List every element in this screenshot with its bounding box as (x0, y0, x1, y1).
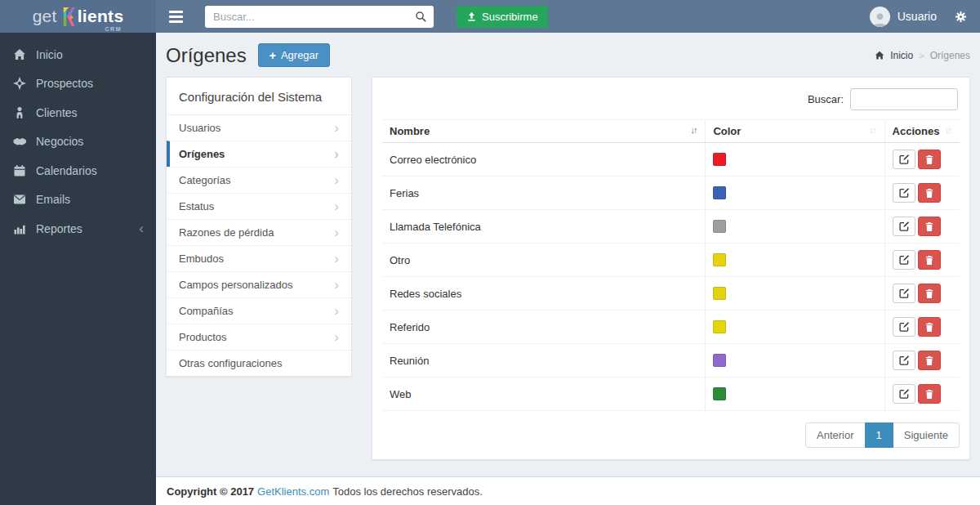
edit-button[interactable] (893, 317, 915, 337)
edit-button[interactable] (893, 150, 915, 169)
sidebar-item-prospectos[interactable]: Prospectos (0, 69, 156, 99)
config-item-campos-personalizados[interactable]: Campos personalizados› (167, 271, 351, 297)
global-search-input[interactable] (205, 6, 434, 28)
sidebar-item-emails[interactable]: Emails (0, 185, 156, 215)
config-item-usuarios[interactable]: Usuarios› (167, 115, 351, 141)
edit-button[interactable] (893, 351, 915, 370)
column-header-label: Nombre (390, 125, 430, 137)
edit-icon (898, 288, 910, 299)
sort-icon[interactable]: ↓↑ (690, 125, 697, 135)
row-actions (893, 284, 952, 303)
origin-color-cell (706, 311, 884, 344)
chevron-right-icon: › (334, 253, 339, 264)
delete-button[interactable] (918, 183, 941, 203)
chevron-right-icon: › (334, 123, 339, 133)
origin-name: Web (390, 388, 412, 400)
envelope-icon (12, 194, 27, 205)
config-item-estatus[interactable]: Estatus› (167, 193, 351, 219)
delete-button[interactable] (918, 284, 941, 303)
logo-text-get: get (33, 7, 57, 26)
color-swatch (713, 320, 726, 333)
trash-icon (924, 221, 934, 232)
config-item-productos[interactable]: Productos› (167, 324, 351, 350)
config-item-otras-configuraciones[interactable]: Otras configuraciones (167, 350, 351, 376)
edit-button[interactable] (893, 384, 915, 404)
column-header-acciones[interactable]: Acciones↓↑ (884, 120, 960, 143)
color-swatch (713, 287, 726, 300)
origin-actions-cell (884, 311, 960, 344)
origin-name: Otro (390, 254, 410, 266)
topnav: Suscribirme Usuario (156, 0, 980, 33)
origin-actions-cell (884, 210, 960, 244)
top-navbar: get lients CRM Suscribirme (0, 0, 980, 33)
bar-chart-icon (12, 222, 27, 235)
sidebar-item-calendarios[interactable]: Calendarios (0, 156, 156, 185)
edit-button[interactable] (893, 284, 915, 303)
next-page-button[interactable]: Siguiente (893, 422, 960, 448)
table-row: Referido (382, 311, 960, 344)
sidebar-item-negocios[interactable]: Negocios (0, 127, 156, 157)
origin-actions-cell (884, 244, 960, 277)
logo-crm-label: CRM (105, 26, 122, 32)
table-search-input[interactable] (850, 88, 958, 110)
column-header-nombre[interactable]: Nombre↓↑ (382, 120, 706, 143)
gear-icon[interactable] (955, 11, 967, 23)
table-search-label: Buscar: (808, 93, 844, 105)
delete-button[interactable] (918, 217, 941, 236)
previous-page-button[interactable]: Anterior (805, 422, 866, 448)
sort-icon[interactable]: ↓↑ (945, 125, 952, 135)
sidebar-toggle-icon[interactable] (169, 11, 187, 23)
config-item-embudos[interactable]: Embudos› (167, 245, 351, 271)
edit-button[interactable] (893, 250, 915, 270)
breadcrumb-home[interactable]: Inicio (890, 50, 913, 61)
footer-link[interactable]: GetKlients.com (257, 485, 329, 498)
origin-actions-cell (884, 277, 960, 311)
sidebar-item-clientes[interactable]: Clientes (0, 98, 156, 127)
edit-button[interactable] (893, 183, 915, 203)
app-logo[interactable]: get lients CRM (0, 0, 156, 33)
config-panel-list: Usuarios›Orígenes›Categorías›Estatus›Raz… (167, 115, 351, 376)
config-item-origenes[interactable]: Orígenes› (167, 141, 351, 167)
delete-button[interactable] (918, 384, 941, 404)
config-item-razones-de-perdida[interactable]: Razones de pérdida› (167, 219, 351, 245)
main-content: Orígenes + Agregar Inicio > Orígenes Con… (156, 33, 980, 505)
user-menu[interactable]: Usuario (870, 7, 937, 27)
plus-icon: + (270, 50, 276, 61)
column-header-label: Color (713, 125, 741, 137)
edit-icon (898, 187, 910, 199)
subscribe-label: Suscribirme (482, 11, 538, 23)
config-item-companias[interactable]: Compañías› (167, 297, 351, 324)
origin-name-cell: Reunión (382, 344, 706, 378)
sidebar-item-inicio[interactable]: Inicio (0, 40, 156, 69)
row-actions (893, 150, 952, 169)
edit-button[interactable] (893, 217, 915, 236)
subscribe-button[interactable]: Suscribirme (457, 6, 548, 28)
column-header-color[interactable]: Color↓↑ (706, 120, 884, 143)
edit-icon (898, 355, 910, 366)
search-icon[interactable] (415, 11, 427, 23)
origins-panel: Buscar: Nombre↓↑Color↓↑Acciones↓↑ Correo… (372, 77, 970, 460)
delete-button[interactable] (918, 250, 941, 270)
origin-color-cell (706, 344, 884, 378)
column-header-label: Acciones (893, 125, 940, 137)
sidebar-item-reportes[interactable]: Reportes‹ (0, 214, 156, 244)
delete-button[interactable] (918, 150, 941, 169)
origin-name-cell: Ferias (382, 177, 706, 210)
delete-button[interactable] (918, 351, 941, 370)
delete-button[interactable] (918, 317, 941, 337)
page-1-button[interactable]: 1 (865, 422, 893, 448)
row-actions (893, 351, 952, 370)
config-item-categorias[interactable]: Categorías› (167, 167, 351, 193)
sort-icon[interactable]: ↓↑ (870, 125, 877, 135)
breadcrumb: Inicio > Orígenes (875, 50, 970, 61)
sidebar-item-label: Reportes (36, 222, 82, 235)
color-swatch (713, 354, 726, 367)
trash-icon (924, 288, 934, 299)
color-swatch (713, 186, 726, 199)
chevron-right-icon: › (334, 279, 339, 290)
config-item-label: Productos (179, 331, 227, 343)
edit-icon (898, 388, 910, 400)
add-origin-button[interactable]: + Agregar (258, 43, 330, 67)
config-item-label: Usuarios (179, 122, 220, 134)
table-row: Web (382, 378, 960, 411)
